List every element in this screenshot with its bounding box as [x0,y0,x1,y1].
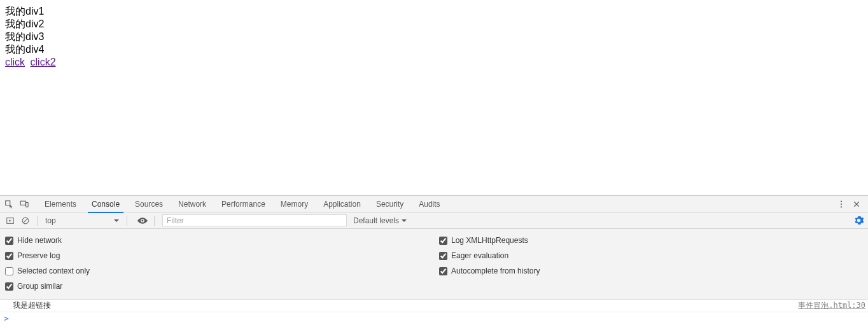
tab-sources[interactable]: Sources [127,196,171,212]
separator [127,216,127,226]
separator [37,216,38,226]
opt-label: Group similar [17,282,62,291]
tab-network[interactable]: Network [171,196,214,212]
page-div: 我的div3 [5,31,863,43]
tab-console[interactable]: Console [84,196,127,212]
opt-label: Preserve log [17,251,60,260]
opt-label: Hide network [17,236,62,245]
sidebar-toggle-icon[interactable] [3,213,18,228]
clear-console-icon[interactable] [18,213,33,228]
live-expression-icon[interactable] [135,213,150,228]
checkbox[interactable] [439,237,447,245]
checkbox[interactable] [5,252,13,260]
tab-application[interactable]: Application [316,196,368,212]
context-selector-label: top [45,216,56,225]
tab-memory[interactable]: Memory [273,196,316,212]
checkbox[interactable] [439,252,447,260]
console-settings-panel: Hide network Preserve log Selected conte… [0,229,868,300]
console-message: 我是超链接 事件冒泡.html:30 [0,300,868,312]
svg-point-2 [841,200,842,202]
console-filter-input[interactable] [162,214,347,226]
opt-label: Autocomplete from history [451,266,540,275]
opt-label: Eager evaluation [451,251,508,260]
opt-group-similar[interactable]: Group similar [3,279,431,294]
devtools-panel: Elements Console Sources Network Perform… [0,195,868,332]
separator [154,216,155,226]
checkbox[interactable] [5,267,13,275]
checkbox[interactable] [439,267,447,275]
console-toolbar: top Default levels [0,212,868,229]
svg-rect-0 [20,201,25,205]
page-link-row: click click2 [5,56,863,69]
console-prompt[interactable]: > [0,312,868,324]
page-content: 我的div1 我的div2 我的div3 我的div4 click click2 [0,0,868,195]
tab-elements[interactable]: Elements [37,196,84,212]
page-div: 我的div1 [5,5,863,18]
checkbox[interactable] [5,237,13,245]
console-message-text: 我是超链接 [13,300,798,311]
settings-right-column: Log XMLHttpRequests Eager evaluation Aut… [431,233,865,294]
console-message-source[interactable]: 事件冒泡.html:30 [798,300,865,311]
svg-point-7 [142,219,144,221]
page-link-click2[interactable]: click2 [31,57,56,67]
context-selector[interactable]: top [41,214,123,227]
opt-label: Selected context only [17,266,90,275]
chevron-down-icon [402,218,407,223]
opt-selected-context-only[interactable]: Selected context only [3,263,431,279]
inspect-icon[interactable] [1,197,17,212]
tab-performance[interactable]: Performance [214,196,273,212]
settings-left-column: Hide network Preserve log Selected conte… [3,233,431,294]
console-output: 我是超链接 事件冒泡.html:30 > [0,300,868,332]
prompt-chevron-icon: > [4,314,9,323]
opt-autocomplete-history[interactable]: Autocomplete from history [437,263,865,279]
opt-eager-evaluation[interactable]: Eager evaluation [437,248,865,263]
tab-audits[interactable]: Audits [411,196,447,212]
opt-label: Log XMLHttpRequests [451,236,528,245]
devtools-tabs: Elements Console Sources Network Perform… [37,196,448,212]
more-icon[interactable] [834,197,849,212]
opt-preserve-log[interactable]: Preserve log [3,248,431,263]
log-levels-selector[interactable]: Default levels [353,216,407,225]
gear-icon[interactable] [851,214,865,228]
svg-point-4 [841,206,842,207]
page-div: 我的div4 [5,43,863,56]
device-toggle-icon[interactable] [17,197,32,212]
svg-rect-1 [26,202,29,207]
chevron-down-icon [76,218,119,223]
tab-security[interactable]: Security [368,196,411,212]
checkbox[interactable] [5,282,13,291]
opt-hide-network[interactable]: Hide network [3,233,431,248]
opt-log-xhr[interactable]: Log XMLHttpRequests [437,233,865,248]
devtools-tabbar: Elements Console Sources Network Perform… [0,196,868,212]
log-levels-label: Default levels [353,216,399,225]
page-link-click[interactable]: click [5,57,25,67]
svg-point-3 [841,203,842,204]
page-div: 我的div2 [5,18,863,31]
close-icon[interactable] [849,197,864,212]
